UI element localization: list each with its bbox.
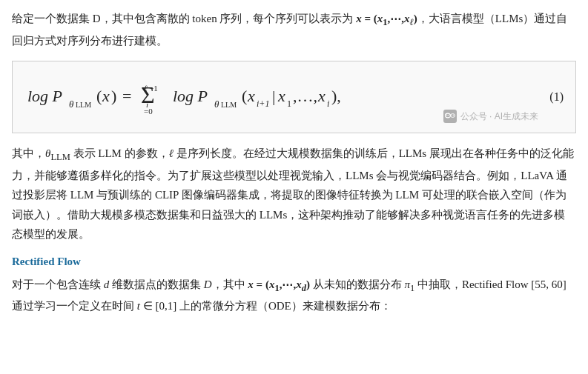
svg-text:(: ( bbox=[96, 87, 102, 105]
svg-text:log P: log P bbox=[173, 87, 208, 105]
svg-text:i: i bbox=[327, 98, 329, 109]
svg-text:x: x bbox=[277, 87, 285, 105]
svg-text:log P: log P bbox=[27, 87, 62, 105]
section-body: 对于一个包含连续 d 维数据点的数据集 D，其中 x = (x1,⋯,xd) 从… bbox=[12, 275, 576, 316]
svg-text:),: ), bbox=[331, 87, 341, 105]
section-title: Rectified Flow bbox=[12, 253, 576, 272]
body-paragraph: 其中，θLLM 表示 LLM 的参数，ℓ 是序列长度。在经过大规模数据集的训练后… bbox=[12, 144, 576, 244]
body-text: 其中，θLLM 表示 LLM 的参数，ℓ 是序列长度。在经过大规模数据集的训练后… bbox=[12, 144, 576, 244]
svg-text:=: = bbox=[122, 87, 131, 105]
svg-text:|: | bbox=[272, 87, 275, 105]
svg-point-28 bbox=[446, 115, 447, 116]
svg-text:): ) bbox=[111, 87, 116, 105]
formula-svg: log P θ LLM ( x ) = i =0 ℓ −1 Σ log P θ … bbox=[27, 75, 369, 119]
svg-text:LLM: LLM bbox=[76, 101, 91, 109]
svg-text:i+1: i+1 bbox=[257, 98, 269, 109]
svg-text:(: ( bbox=[242, 87, 247, 105]
formula-number: (1) bbox=[549, 87, 564, 107]
svg-text:θ: θ bbox=[214, 98, 219, 110]
svg-text:Σ: Σ bbox=[141, 81, 155, 108]
formula-content: log P θ LLM ( x ) = i =0 ℓ −1 Σ log P θ … bbox=[27, 75, 369, 119]
svg-text:LLM: LLM bbox=[221, 101, 237, 109]
svg-point-29 bbox=[448, 115, 449, 116]
svg-text:x: x bbox=[247, 87, 255, 105]
watermark: 公众号 · AI生成未来 bbox=[443, 109, 538, 124]
svg-text:,…,: ,…, bbox=[293, 87, 317, 105]
svg-text:θ: θ bbox=[69, 98, 74, 110]
rectified-flow-section: Rectified Flow 对于一个包含连续 d 维数据点的数据集 D，其中 … bbox=[12, 253, 576, 316]
svg-point-31 bbox=[453, 115, 454, 116]
svg-point-30 bbox=[452, 115, 452, 116]
svg-text:x: x bbox=[102, 87, 110, 105]
watermark-text: 公众号 · AI生成未来 bbox=[460, 109, 538, 124]
svg-text:1: 1 bbox=[287, 98, 291, 109]
intro-text: 给定一个数据集 D，其中包含离散的 token 序列，每个序列可以表示为 x =… bbox=[12, 9, 576, 50]
intro-paragraph: 给定一个数据集 D，其中包含离散的 token 序列，每个序列可以表示为 x =… bbox=[12, 9, 576, 50]
formula-block: log P θ LLM ( x ) = i =0 ℓ −1 Σ log P θ … bbox=[12, 61, 576, 133]
wechat-icon bbox=[443, 110, 457, 123]
svg-text:x: x bbox=[317, 87, 326, 105]
